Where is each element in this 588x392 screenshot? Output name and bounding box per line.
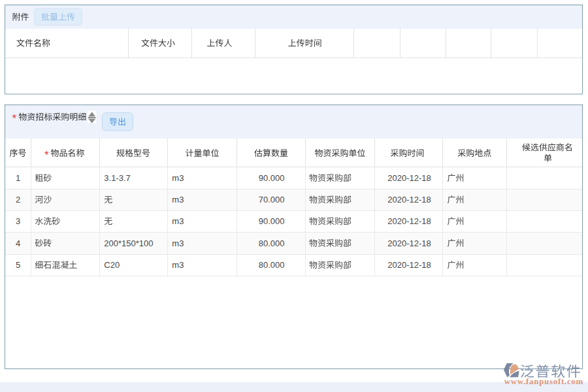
svg-text:5: 5 <box>16 260 20 270</box>
svg-text:m3: m3 <box>172 216 184 226</box>
svg-text:80.000: 80.000 <box>259 260 285 270</box>
svg-text:200*150*100: 200*150*100 <box>104 238 153 248</box>
svg-text:4: 4 <box>16 238 20 248</box>
svg-text:*: * <box>12 112 17 125</box>
svg-text:70.000: 70.000 <box>259 195 285 204</box>
svg-text:m3: m3 <box>172 195 184 204</box>
svg-text:C20: C20 <box>104 260 120 270</box>
svg-text:90.000: 90.000 <box>259 173 285 183</box>
svg-text:2020-12-18: 2020-12-18 <box>387 173 431 183</box>
svg-text:2020-12-18: 2020-12-18 <box>387 195 431 204</box>
svg-text:m3: m3 <box>172 260 184 270</box>
svg-text:3: 3 <box>16 216 20 226</box>
svg-text:2020-12-18: 2020-12-18 <box>387 216 431 226</box>
svg-text:www.fanpusoft.com: www.fanpusoft.com <box>504 376 583 386</box>
svg-text:3.1-3.7: 3.1-3.7 <box>104 173 130 183</box>
svg-text:90.000: 90.000 <box>259 216 285 226</box>
svg-text:2: 2 <box>16 195 20 204</box>
svg-text:80.000: 80.000 <box>259 238 285 248</box>
svg-text:2020-12-18: 2020-12-18 <box>387 260 431 270</box>
svg-text:*: * <box>44 149 49 161</box>
svg-text:1: 1 <box>16 173 20 183</box>
svg-text:m3: m3 <box>172 238 184 248</box>
svg-text:m3: m3 <box>172 173 184 183</box>
svg-text:2020-12-18: 2020-12-18 <box>387 238 431 248</box>
